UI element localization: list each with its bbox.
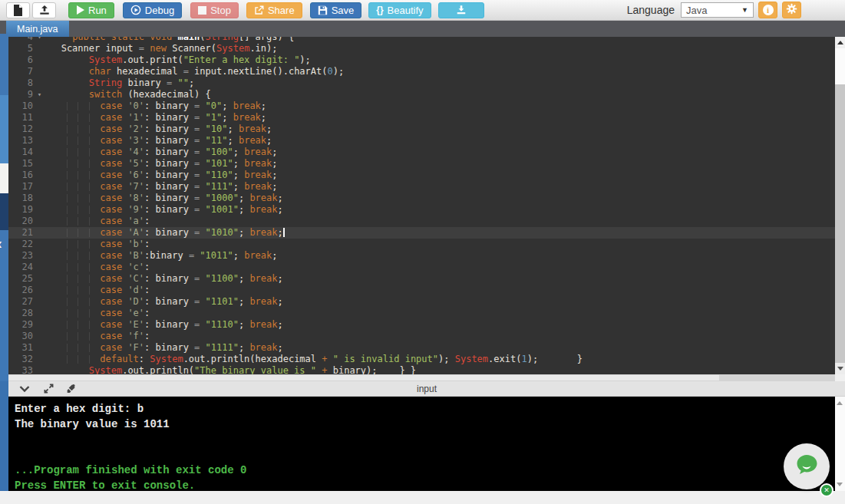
console-terminal[interactable]: Enter a hex digit: bThe binary value is …	[8, 397, 835, 491]
line-number[interactable]: 5	[8, 43, 35, 54]
info-button[interactable]: i	[758, 2, 777, 18]
code-line-13[interactable]: 13 case '3': binary = "11"; break;	[8, 135, 835, 147]
line-number[interactable]: 14	[8, 147, 35, 158]
code-line-29[interactable]: 29 case 'E': binary = "1110"; break;	[8, 319, 835, 331]
code-line-32[interactable]: 32 default: System.out.println(hexadecim…	[8, 354, 835, 365]
line-number[interactable]: 29	[8, 319, 35, 331]
language-select[interactable]: Java ▼	[681, 2, 754, 18]
line-number[interactable]: 12	[8, 124, 35, 135]
scroll-up-button[interactable]	[835, 37, 845, 48]
run-button[interactable]: Run	[68, 2, 114, 18]
code-line-6[interactable]: 6 System.out.print("Enter a hex digit: "…	[8, 54, 835, 66]
line-number[interactable]: 11	[8, 112, 35, 124]
line-number[interactable]: 16	[8, 170, 35, 181]
code-line-20[interactable]: 20 case 'a':	[8, 216, 835, 227]
code-line-33[interactable]: 33 System.out.println("The binary value …	[8, 365, 835, 374]
line-number[interactable]: 25	[8, 273, 35, 285]
settings-button[interactable]	[782, 2, 801, 18]
code-line-25[interactable]: 25 case 'C': binary = "1100"; break;	[8, 273, 835, 285]
code-line-30[interactable]: 30 case 'f':	[8, 331, 835, 342]
line-number[interactable]: 21	[8, 227, 35, 239]
code-line-17[interactable]: 17 case '7': binary = "111"; break;	[8, 181, 835, 193]
code-text: case 'D': binary = "1101"; break;	[45, 296, 835, 308]
code-line-4[interactable]: 4▾ public static void main(String[] args…	[8, 37, 835, 43]
line-number[interactable]: 20	[8, 216, 35, 227]
code-line-5[interactable]: 5 Scanner input = new Scanner(System.in)…	[8, 43, 835, 54]
line-number[interactable]: 32	[8, 354, 35, 365]
code-text: case 'a':	[45, 216, 835, 227]
code-line-7[interactable]: 7 char hexadecimal = input.nextLine().ch…	[8, 66, 835, 77]
line-number[interactable]: 19	[8, 204, 35, 216]
scroll-down-button[interactable]	[835, 363, 845, 374]
code-line-26[interactable]: 26 case 'd':	[8, 285, 835, 296]
code-line-16[interactable]: 16 case '6': binary = "110"; break;	[8, 170, 835, 181]
stop-icon	[198, 6, 206, 15]
console-scroll-up-icon[interactable]	[837, 401, 843, 405]
fold-spacer	[35, 273, 45, 285]
line-number[interactable]: 31	[8, 342, 35, 354]
code-line-11[interactable]: 11 case '1': binary = "1"; break;	[8, 112, 835, 124]
scrollbar-thumb[interactable]	[835, 48, 845, 84]
line-number[interactable]: 27	[8, 296, 35, 308]
code-editor[interactable]: 4▾ public static void main(String[] args…	[8, 37, 835, 374]
fold-arrow-icon[interactable]: ▾	[35, 37, 45, 43]
code-line-12[interactable]: 12 case '2': binary = "10"; break;	[8, 124, 835, 135]
line-number[interactable]: 26	[8, 285, 35, 296]
line-number[interactable]: 9	[8, 89, 35, 100]
line-number[interactable]: 22	[8, 239, 35, 250]
code-line-27[interactable]: 27 case 'D': binary = "1101"; break;	[8, 296, 835, 308]
code-text: case 'E': binary = "1110"; break;	[45, 319, 835, 331]
code-line-9[interactable]: 9▾ switch (hexadecimal) {	[8, 89, 835, 100]
fold-spacer	[35, 285, 45, 296]
code-line-21[interactable]: 21 case 'A': binary = "1010"; break;	[8, 227, 835, 239]
fold-spacer	[35, 227, 45, 239]
new-file-button[interactable]	[6, 2, 30, 18]
line-number[interactable]: 18	[8, 193, 35, 204]
line-number[interactable]: 23	[8, 250, 35, 262]
code-line-18[interactable]: 18 case '8': binary = "1000"; break;	[8, 193, 835, 204]
stop-button[interactable]: Stop	[190, 2, 239, 18]
fold-spacer	[35, 170, 45, 181]
line-number[interactable]: 28	[8, 308, 35, 319]
fold-arrow-icon[interactable]: ▾	[35, 89, 45, 100]
code-line-14[interactable]: 14 case '4': binary = "100"; break;	[8, 147, 835, 158]
code-line-19[interactable]: 19 case '9': binary = "1001"; break;	[8, 204, 835, 216]
beautify-button[interactable]: {} Beautify	[368, 2, 431, 18]
code-line-8[interactable]: 8 String binary = "";	[8, 77, 835, 89]
line-number[interactable]: 8	[8, 77, 35, 89]
code-text: System.out.println("The binary value is …	[45, 365, 835, 374]
editor-horizontal-scrollbar[interactable]	[8, 374, 835, 381]
code-line-10[interactable]: 10 case '0': binary = "0"; break;	[8, 100, 835, 112]
code-line-24[interactable]: 24 case 'c':	[8, 262, 835, 273]
line-number[interactable]: 17	[8, 181, 35, 193]
console-scrollbar[interactable]	[835, 397, 845, 491]
notification-badge[interactable]: ✕	[820, 483, 833, 497]
arrow-up-icon	[837, 41, 843, 44]
line-number[interactable]: 4	[8, 37, 35, 43]
hscrollbar-thumb[interactable]	[8, 375, 719, 380]
language-selected-value: Java	[686, 5, 707, 16]
code-line-31[interactable]: 31 case 'F': binary = "1111"; break;	[8, 342, 835, 354]
console-scroll-down-icon[interactable]	[837, 483, 843, 486]
fold-spacer	[35, 124, 45, 135]
editor-vertical-scrollbar[interactable]	[835, 37, 845, 374]
code-line-23[interactable]: 23 case 'B':binary = "1011"; break;	[8, 250, 835, 262]
tab-main-java[interactable]: Main.java	[6, 21, 69, 37]
line-number[interactable]: 33	[8, 365, 35, 374]
save-button[interactable]: Save	[310, 2, 362, 18]
code-line-22[interactable]: 22 case 'b':	[8, 239, 835, 250]
share-button[interactable]: Share	[246, 2, 302, 18]
chat-widget-button[interactable]	[784, 443, 830, 489]
line-number[interactable]: 30	[8, 331, 35, 342]
line-number[interactable]: 24	[8, 262, 35, 273]
download-button[interactable]	[438, 2, 484, 18]
line-number[interactable]: 10	[8, 100, 35, 112]
line-number[interactable]: 15	[8, 158, 35, 170]
line-number[interactable]: 13	[8, 135, 35, 147]
upload-button[interactable]	[32, 2, 56, 18]
code-line-28[interactable]: 28 case 'e':	[8, 308, 835, 319]
line-number[interactable]: 7	[8, 66, 35, 77]
debug-button[interactable]: Debug	[123, 2, 182, 18]
code-line-15[interactable]: 15 case '5': binary = "101"; break;	[8, 158, 835, 170]
line-number[interactable]: 6	[8, 54, 35, 66]
